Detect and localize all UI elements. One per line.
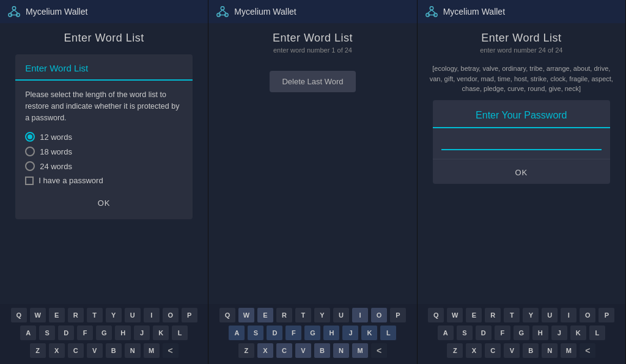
key-i-3[interactable]: I — [560, 307, 577, 323]
key-v-1[interactable]: V — [86, 343, 103, 359]
key-q-1[interactable]: Q — [10, 307, 28, 323]
key-x-1[interactable]: X — [48, 343, 65, 359]
key-r-3[interactable]: R — [484, 307, 501, 323]
radio-24words[interactable]: 24 words — [25, 161, 183, 171]
key-n-1[interactable]: N — [124, 343, 141, 359]
key-j-2[interactable]: J — [342, 325, 359, 341]
key-w-2[interactable]: W — [238, 307, 255, 323]
key-k-1[interactable]: K — [152, 325, 169, 341]
key-m-2[interactable]: M — [352, 343, 369, 359]
key-c-3[interactable]: C — [484, 343, 501, 359]
key-p-2[interactable]: P — [389, 307, 407, 323]
key-a-1[interactable]: A — [20, 325, 37, 341]
page-title-1: Enter Word List — [7, 32, 201, 45]
kb-row-3-3: Z X C V B N M < — [419, 343, 624, 359]
key-n-2[interactable]: N — [333, 343, 350, 359]
password-ok-area: OK — [433, 159, 610, 184]
key-t-1[interactable]: T — [86, 307, 103, 323]
key-h-3[interactable]: H — [532, 325, 549, 341]
key-q-2[interactable]: Q — [219, 307, 236, 323]
key-x-2[interactable]: X — [257, 343, 274, 359]
key-t-3[interactable]: T — [503, 307, 520, 323]
key-l-1[interactable]: L — [171, 325, 188, 341]
key-y-3[interactable]: Y — [522, 307, 539, 323]
page-subtitle-3: enter word number 24 of 24 — [425, 46, 618, 54]
main-content-2: Delete Last Word — [208, 57, 416, 304]
key-b-1[interactable]: B — [105, 343, 122, 359]
key-e-3[interactable]: E — [465, 307, 482, 323]
key-r-2[interactable]: R — [276, 307, 293, 323]
key-d-2[interactable]: D — [266, 325, 283, 341]
key-j-3[interactable]: J — [551, 325, 568, 341]
key-f-3[interactable]: F — [494, 325, 511, 341]
main-content-1: Enter Word List Please select the length… — [0, 48, 208, 304]
key-d-3[interactable]: D — [475, 325, 492, 341]
checkbox-password[interactable]: I have a password — [25, 176, 183, 185]
key-n-3[interactable]: N — [541, 343, 558, 359]
key-s-2[interactable]: S — [247, 325, 264, 341]
key-back-1[interactable]: < — [162, 343, 179, 359]
key-u-1[interactable]: U — [124, 307, 141, 323]
key-back-3[interactable]: < — [579, 343, 596, 359]
key-m-3[interactable]: M — [560, 343, 577, 359]
key-h-2[interactable]: H — [323, 325, 340, 341]
key-e-2[interactable]: E — [257, 307, 274, 323]
key-p-1[interactable]: P — [181, 307, 198, 323]
key-w-3[interactable]: W — [446, 307, 463, 323]
key-z-2[interactable]: Z — [238, 343, 255, 359]
key-o-3[interactable]: O — [579, 307, 596, 323]
key-b-2[interactable]: B — [314, 343, 331, 359]
key-o-2[interactable]: O — [370, 307, 388, 323]
key-s-1[interactable]: S — [39, 325, 56, 341]
key-b-3[interactable]: B — [522, 343, 539, 359]
key-w-1[interactable]: W — [29, 307, 46, 323]
key-k-2[interactable]: K — [361, 325, 378, 341]
key-z-3[interactable]: Z — [446, 343, 463, 359]
key-u-2[interactable]: U — [333, 307, 350, 323]
key-d-1[interactable]: D — [57, 325, 75, 341]
key-back-2[interactable]: < — [370, 343, 388, 359]
key-z-1[interactable]: Z — [29, 343, 46, 359]
key-u-3[interactable]: U — [541, 307, 558, 323]
header-3: Mycelium Wallet — [418, 0, 625, 23]
key-i-1[interactable]: I — [143, 307, 160, 323]
password-input[interactable] — [441, 134, 602, 150]
mycelium-logo-icon — [7, 5, 21, 18]
key-q-3[interactable]: Q — [427, 307, 444, 323]
key-p-3[interactable]: P — [598, 307, 615, 323]
delete-last-word-button[interactable]: Delete Last Word — [270, 71, 355, 92]
key-i-2[interactable]: I — [352, 307, 369, 323]
page-subtitle-2: enter word number 1 of 24 — [216, 46, 409, 54]
ok-button-1[interactable]: OK — [25, 194, 183, 211]
checkbox-label-password: I have a password — [39, 176, 103, 185]
key-s-3[interactable]: S — [456, 325, 473, 341]
key-c-2[interactable]: C — [276, 343, 293, 359]
key-g-2[interactable]: G — [304, 325, 321, 341]
page-title-area-2: Enter Word List enter word number 1 of 2… — [208, 23, 416, 57]
key-l-2[interactable]: L — [380, 325, 397, 341]
key-c-1[interactable]: C — [67, 343, 84, 359]
key-v-3[interactable]: V — [503, 343, 520, 359]
key-x-3[interactable]: X — [465, 343, 482, 359]
key-k-3[interactable]: K — [570, 325, 587, 341]
password-ok-button[interactable]: OK — [515, 168, 528, 177]
key-l-3[interactable]: L — [589, 325, 606, 341]
key-e-1[interactable]: E — [48, 307, 65, 323]
key-g-3[interactable]: G — [513, 325, 530, 341]
key-y-1[interactable]: Y — [105, 307, 122, 323]
key-m-1[interactable]: M — [143, 343, 160, 359]
key-y-2[interactable]: Y — [314, 307, 331, 323]
radio-18words[interactable]: 18 words — [25, 147, 183, 156]
key-a-2[interactable]: A — [228, 325, 245, 341]
key-o-1[interactable]: O — [162, 307, 179, 323]
key-j-1[interactable]: J — [133, 325, 150, 341]
key-f-2[interactable]: F — [285, 325, 302, 341]
radio-12words[interactable]: 12 words — [25, 132, 183, 142]
key-t-2[interactable]: T — [295, 307, 312, 323]
key-h-1[interactable]: H — [114, 325, 131, 341]
key-v-2[interactable]: V — [295, 343, 312, 359]
key-f-1[interactable]: F — [76, 325, 94, 341]
key-r-1[interactable]: R — [67, 307, 84, 323]
key-g-1[interactable]: G — [95, 325, 112, 341]
key-a-3[interactable]: A — [437, 325, 454, 341]
